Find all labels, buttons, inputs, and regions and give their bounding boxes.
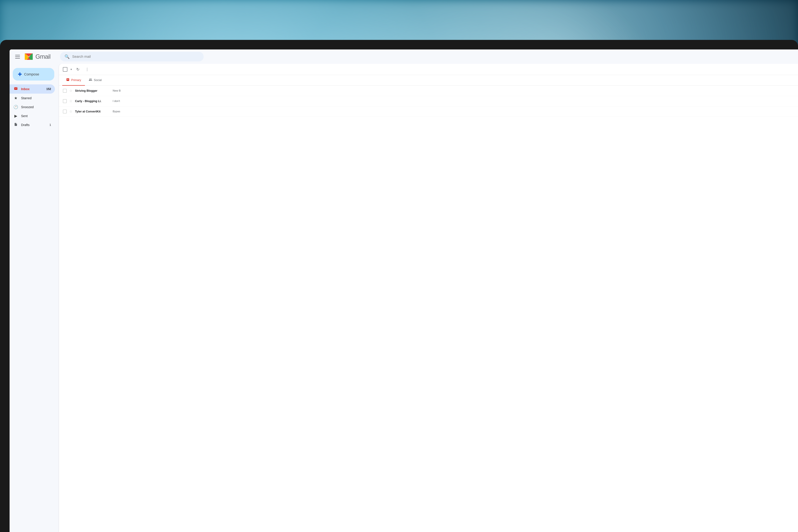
- starred-label: Starred: [21, 96, 32, 100]
- compose-plus-icon: ✚: [18, 72, 22, 77]
- gmail-logo-area: Gmail: [24, 52, 51, 61]
- email-toolbar: ▾ ↻ ⋮: [59, 64, 798, 75]
- search-bar[interactable]: 🔍: [60, 52, 204, 61]
- primary-tab-icon: [66, 78, 70, 82]
- sidebar-item-inbox[interactable]: Inbox 152: [10, 84, 55, 94]
- email-row[interactable]: ☆ Tyler at ConvertKit Bypas: [59, 107, 798, 117]
- gmail-logo-icon: [24, 52, 34, 61]
- star-icon[interactable]: ☆: [69, 110, 72, 114]
- email-preview: Bypas: [113, 110, 794, 113]
- sidebar-item-drafts[interactable]: Drafts 1: [10, 120, 55, 129]
- snoozed-icon: 🕐: [13, 105, 18, 109]
- inbox-badge: 152: [46, 88, 51, 91]
- drafts-icon: [13, 123, 18, 127]
- screen-bezel: Gmail 🔍 ✚ Compose: [10, 50, 798, 532]
- inbox-icon: [13, 87, 18, 91]
- sidebar-item-starred[interactable]: ★ Starred: [10, 94, 55, 102]
- primary-tab-label: Primary: [71, 78, 81, 82]
- star-icon[interactable]: ☆: [69, 99, 72, 103]
- drafts-badge: 1: [50, 123, 51, 127]
- inbox-label: Inbox: [21, 87, 30, 91]
- sent-icon: ▶: [13, 114, 18, 118]
- email-checkbox[interactable]: [63, 89, 67, 93]
- email-tabs: Primary Social: [59, 75, 798, 86]
- sent-label: Sent: [21, 114, 27, 118]
- gmail-title: Gmail: [35, 53, 51, 60]
- email-list: ☆ Striving Blogger New B ☆ Carly - Blogg…: [59, 86, 798, 532]
- gmail-header: Gmail 🔍: [10, 50, 798, 64]
- sidebar-item-sent[interactable]: ▶ Sent: [10, 112, 55, 120]
- search-icon: 🔍: [64, 54, 70, 59]
- select-all-checkbox[interactable]: [63, 67, 67, 72]
- email-sender: Carly - Blogging Li.: [75, 99, 110, 103]
- gmail-app: Gmail 🔍 ✚ Compose: [10, 50, 798, 532]
- social-tab-label: Social: [94, 78, 102, 82]
- email-sender: Striving Blogger: [75, 89, 110, 93]
- drafts-label: Drafts: [21, 123, 30, 127]
- email-row[interactable]: ☆ Striving Blogger New B: [59, 86, 798, 96]
- email-row[interactable]: ☆ Carly - Blogging Li. I don't: [59, 96, 798, 107]
- star-icon[interactable]: ☆: [69, 89, 72, 93]
- social-tab-icon: [89, 78, 92, 82]
- email-preview: I don't: [113, 99, 794, 103]
- sidebar: ✚ Compose Inbox 152 ★ Starred: [10, 64, 57, 532]
- sidebar-item-snoozed[interactable]: 🕐 Snoozed: [10, 102, 55, 112]
- compose-label: Compose: [24, 72, 39, 76]
- starred-icon: ★: [13, 96, 18, 100]
- menu-icon[interactable]: [14, 54, 21, 60]
- search-input[interactable]: [72, 55, 199, 59]
- tab-social[interactable]: Social: [85, 75, 106, 86]
- gmail-main: ✚ Compose Inbox 152 ★ Starred: [10, 64, 798, 532]
- refresh-icon[interactable]: ↻: [75, 66, 81, 73]
- snoozed-label: Snoozed: [21, 105, 34, 109]
- checkbox-dropdown-icon[interactable]: ▾: [71, 68, 72, 71]
- laptop-frame: Gmail 🔍 ✚ Compose: [0, 40, 798, 532]
- email-checkbox[interactable]: [63, 99, 67, 103]
- email-sender: Tyler at ConvertKit: [75, 110, 110, 113]
- tab-primary[interactable]: Primary: [62, 75, 85, 86]
- more-options-icon[interactable]: ⋮: [84, 66, 90, 73]
- email-preview: New B: [113, 89, 794, 92]
- email-panel: ▾ ↻ ⋮ Primary: [59, 64, 798, 532]
- email-checkbox[interactable]: [63, 110, 67, 113]
- compose-button[interactable]: ✚ Compose: [13, 68, 54, 80]
